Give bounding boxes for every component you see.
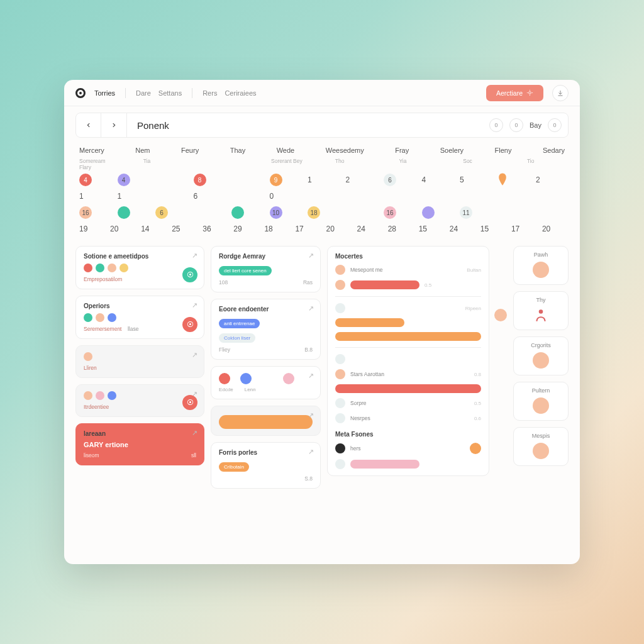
next-button[interactable] bbox=[101, 113, 126, 137]
calendar-cell[interactable]: 20 bbox=[542, 222, 565, 236]
avatar[interactable] bbox=[494, 309, 507, 321]
calendar-cell[interactable] bbox=[536, 206, 565, 219]
feed-row[interactable] bbox=[335, 354, 481, 364]
feed-row[interactable]: Ripeen bbox=[335, 303, 481, 313]
calendar-cell[interactable]: 0 bbox=[270, 189, 299, 203]
event-card[interactable]: ↗Itrdeentiee⦿ bbox=[75, 384, 204, 417]
calendar-cell[interactable]: 2 bbox=[346, 173, 375, 187]
card-link-icon[interactable]: ↗ bbox=[192, 351, 197, 359]
calendar-cell[interactable]: 8 bbox=[194, 173, 223, 187]
feed-row[interactable] bbox=[335, 332, 481, 341]
calendar-cell[interactable] bbox=[155, 173, 184, 187]
card-tag[interactable]: anti entrrenae bbox=[219, 319, 260, 328]
tab-torries[interactable]: Torries bbox=[94, 89, 115, 97]
calendar-cell[interactable]: 6 bbox=[155, 206, 184, 219]
card-link-icon[interactable]: ↗ bbox=[308, 411, 314, 419]
feed-row[interactable] bbox=[335, 459, 481, 469]
tab-settans[interactable]: Settans bbox=[158, 89, 182, 97]
calendar-cell[interactable]: 15 bbox=[480, 222, 503, 236]
calendar-dot[interactable] bbox=[231, 206, 244, 219]
prev-button[interactable] bbox=[76, 113, 101, 137]
calendar-cell[interactable]: 17 bbox=[295, 222, 318, 236]
calendar-dot[interactable]: 18 bbox=[308, 206, 320, 219]
tab-ceriraiees[interactable]: Ceriraiees bbox=[225, 89, 256, 97]
calendar-cell[interactable]: 5 bbox=[460, 173, 489, 187]
calendar-cell[interactable]: 36 bbox=[203, 222, 225, 236]
card-fab-icon[interactable]: ⦿ bbox=[182, 267, 197, 282]
calendar-cell[interactable] bbox=[308, 189, 336, 203]
feed-row[interactable]: hers bbox=[335, 443, 481, 454]
card-tag[interactable]: Crlbotain bbox=[219, 462, 249, 472]
event-card[interactable]: ↗Eoore endoenteranti entrrenaeColdon lis… bbox=[211, 299, 321, 360]
people-tile[interactable]: Mespis bbox=[513, 427, 569, 466]
calendar-cell[interactable] bbox=[194, 206, 223, 219]
event-card[interactable]: ↗OperiorsSeremersement llase⦿ bbox=[75, 296, 204, 339]
feed-row[interactable]: Sorpre0.5 bbox=[335, 398, 481, 408]
event-card[interactable]: ↗Lliren bbox=[75, 345, 204, 378]
calendar-cell[interactable]: 2 bbox=[536, 173, 565, 187]
card-tag[interactable]: Coldon liser bbox=[219, 333, 255, 343]
event-card[interactable]: ↗Forris porlesCrlbotainS.8 bbox=[211, 442, 321, 489]
calendar-cell[interactable]: 16 bbox=[79, 206, 108, 219]
people-tile[interactable]: Crgorits bbox=[513, 336, 569, 375]
calendar-cell[interactable]: 9 bbox=[270, 173, 299, 187]
calendar-cell[interactable]: 24 bbox=[450, 222, 472, 236]
calendar-cell[interactable]: 20 bbox=[326, 222, 349, 236]
calendar-cell[interactable] bbox=[422, 206, 451, 219]
card-link-icon[interactable]: ↗ bbox=[192, 429, 197, 437]
calendar-cell[interactable] bbox=[498, 173, 527, 187]
event-card[interactable]: ↗lareaanGARY ertioneliseomsll bbox=[75, 423, 204, 465]
calendar-cell[interactable] bbox=[346, 189, 375, 203]
filter-bubble-b[interactable]: 0 bbox=[509, 118, 523, 132]
filter-bubble-c[interactable]: 0 bbox=[548, 118, 562, 132]
calendar-cell[interactable]: 29 bbox=[233, 222, 256, 236]
calendar-cell[interactable] bbox=[460, 189, 489, 203]
tab-rers[interactable]: Rers bbox=[203, 89, 217, 97]
calendar-cell[interactable]: 16 bbox=[384, 206, 413, 219]
event-card[interactable]: ↗ bbox=[211, 406, 321, 436]
calendar-cell[interactable] bbox=[231, 173, 260, 187]
event-card[interactable]: ↗Rordge Aemraydel liert core senen108Ras bbox=[211, 246, 321, 292]
tab-dare[interactable]: Dare bbox=[136, 89, 151, 97]
card-link-icon[interactable]: ↗ bbox=[308, 252, 314, 260]
feed-row[interactable]: Mesepont meBultan bbox=[335, 265, 481, 275]
view-mode-label[interactable]: Bay bbox=[530, 121, 541, 129]
calendar-cell[interactable]: 15 bbox=[419, 222, 441, 236]
calendar-cell[interactable]: 4 bbox=[118, 173, 147, 187]
download-button[interactable] bbox=[552, 85, 569, 101]
calendar-cell[interactable] bbox=[384, 189, 413, 203]
calendar-cell[interactable]: 14 bbox=[141, 222, 164, 236]
calendar-cell[interactable] bbox=[118, 206, 147, 219]
calendar-dot[interactable] bbox=[422, 206, 435, 219]
calendar-cell[interactable] bbox=[231, 189, 260, 203]
feed-row[interactable]: Nesrpes0.6 bbox=[335, 413, 481, 423]
calendar-cell[interactable]: 6 bbox=[194, 189, 223, 203]
calendar-cell[interactable]: 20 bbox=[110, 222, 133, 236]
card-link-icon[interactable]: ↗ bbox=[308, 448, 314, 456]
feed-row[interactable]: Stars Aarottan0.8 bbox=[335, 369, 481, 379]
feed-row[interactable] bbox=[335, 384, 481, 393]
calendar-cell[interactable] bbox=[422, 189, 451, 203]
calendar-cell[interactable]: 24 bbox=[357, 222, 380, 236]
feed-fab-icon[interactable] bbox=[470, 443, 481, 454]
calendar-cell[interactable]: 17 bbox=[511, 222, 534, 236]
calendar-cell[interactable]: 18 bbox=[308, 206, 336, 219]
calendar-cell[interactable]: 18 bbox=[264, 222, 287, 236]
calendar-cell[interactable] bbox=[231, 206, 260, 219]
card-link-icon[interactable]: ↗ bbox=[192, 301, 197, 309]
calendar-dot[interactable]: 4 bbox=[118, 174, 130, 186]
card-fab-icon[interactable]: ⦿ bbox=[182, 395, 197, 410]
card-tag[interactable]: del liert core senen bbox=[219, 266, 272, 275]
card-link-icon[interactable]: ↗ bbox=[192, 252, 197, 260]
card-fab-icon[interactable]: ⦿ bbox=[182, 317, 197, 332]
calendar-cell[interactable]: 11 bbox=[460, 206, 489, 219]
calendar-cell[interactable]: 1 bbox=[118, 189, 147, 203]
calendar-cell[interactable] bbox=[498, 206, 527, 219]
calendar-cell[interactable]: 6 bbox=[384, 173, 413, 187]
filter-bubble-a[interactable]: 0 bbox=[489, 118, 503, 132]
card-link-icon[interactable]: ↗ bbox=[308, 372, 314, 380]
calendar-cell[interactable]: 1 bbox=[79, 189, 108, 203]
calendar-cell[interactable]: 10 bbox=[270, 206, 299, 219]
calendar-dot[interactable]: 11 bbox=[460, 206, 472, 219]
event-card[interactable]: ↗Sotione e ameetidposEmpreposatilom⦿ bbox=[75, 246, 204, 289]
